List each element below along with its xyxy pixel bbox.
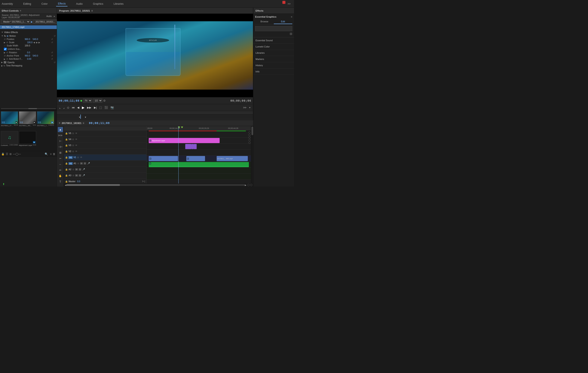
insert-btn[interactable]: ⬚ (99, 105, 103, 110)
menu-item-color[interactable]: Color (40, 1, 49, 6)
fit-dropdown[interactable]: Fit (83, 99, 92, 103)
delete-icon[interactable]: 🗑 (53, 153, 55, 155)
master-dropdown[interactable]: Master * 20170811_1... (1, 20, 30, 24)
mark-in-btn[interactable]: ⌞ (59, 105, 61, 110)
scale-stopwatch[interactable]: ⏱ (6, 41, 8, 44)
menu-item-audio[interactable]: Audio (74, 1, 84, 6)
anchor-x-value[interactable]: 960.0 (25, 55, 30, 57)
v1-clip-2[interactable]: fx (186, 156, 205, 161)
mini-timeline[interactable]: ▼ ▼ (57, 111, 253, 120)
a1-solo-btn[interactable]: S (84, 162, 86, 165)
time-remapping-row[interactable]: ▶ fx Time Remapping (0, 64, 57, 67)
scale-reset[interactable]: ↺ (51, 41, 53, 44)
anti-flicker-value[interactable]: 0.00 (27, 58, 31, 60)
razor-tool[interactable]: ✂ (58, 156, 63, 161)
scroll-left-btn[interactable]: ◀ (65, 184, 66, 186)
v4-collapse-icon[interactable]: ⊟ (72, 138, 74, 141)
effect-controls-scrollbar[interactable] (0, 108, 57, 110)
hand-tool[interactable]: ✋ (58, 173, 63, 178)
a3-mic-icon[interactable]: 🎤 (82, 174, 85, 177)
scale-right-arrow[interactable]: ▶ (39, 41, 40, 44)
scale-left-arrow[interactable]: ◀ (33, 41, 35, 44)
a2-mute-btn[interactable]: M (75, 168, 78, 171)
list-view-icon[interactable]: ☰ (6, 153, 8, 155)
anchor-reset[interactable]: ↺ (51, 55, 53, 57)
more-controls-btn[interactable]: >> (242, 105, 247, 110)
rotation-value[interactable]: 0.0 (27, 51, 30, 54)
v2-visibility-icon[interactable]: 👁 (75, 150, 78, 153)
step-forward-btn[interactable]: ▶▶ (86, 105, 92, 110)
media-item-2[interactable]: ☰☰ ▶ 20170811_181921 3;39;01 (37, 111, 54, 130)
a3-mute-btn[interactable]: M (75, 174, 78, 177)
step-back-btn[interactable]: ◀ (76, 105, 80, 110)
overwrite-btn[interactable]: ⬛ (104, 105, 108, 110)
go-to-in-btn[interactable]: ⏮ (71, 105, 75, 110)
opacity-reset[interactable]: ↺ (54, 61, 55, 64)
track-v4-content[interactable]: fx Adjustment Layer (147, 137, 251, 144)
v1-clip-3[interactable]: 20170811_...4841.mp4 (217, 156, 248, 161)
v2-lock-icon[interactable]: 🔒 (65, 150, 68, 153)
a2-collapse-icon[interactable]: ⊟ (72, 168, 74, 171)
track-v2-content[interactable] (147, 150, 251, 155)
media-item-3[interactable]: ♫ Curtismith_-_... 3:06:22680 (1, 131, 18, 150)
play-btn[interactable]: ▶ (81, 105, 85, 110)
scale-expand[interactable]: ▶ (4, 41, 5, 44)
adjustment-layer-clip[interactable]: fx Adjustment Layer (149, 138, 220, 143)
v1-target-btn[interactable]: V1 (69, 156, 73, 159)
markers-item[interactable]: Markers (253, 56, 294, 62)
grid-view-icon[interactable]: ⊞ (10, 153, 12, 155)
type-tool[interactable]: T (58, 179, 63, 184)
menu-item-editing[interactable]: Editing (21, 1, 33, 6)
a3-solo-btn[interactable]: S (79, 174, 81, 177)
v3-collapse-icon[interactable]: ⊟ (72, 144, 74, 147)
h-scrollbar-track[interactable] (66, 184, 245, 186)
media-item-4[interactable]: ▶ Adjustment Layer 4;23 (19, 131, 36, 150)
effect-controls-menu-icon[interactable]: ≡ (20, 10, 21, 12)
a2-mic-icon[interactable]: 🎤 (82, 168, 85, 171)
track-v5-content[interactable] (147, 132, 251, 137)
v3-visibility-icon[interactable]: 👁 (75, 144, 78, 147)
info-item[interactable]: Info (253, 69, 294, 75)
quality-dropdown[interactable]: 1/2 (93, 99, 102, 103)
a3-collapse-icon[interactable]: ⊟ (72, 174, 74, 177)
motion-reset[interactable]: ↺ (54, 35, 55, 37)
settings-icon[interactable]: ⚙ (103, 99, 106, 102)
position-x-value[interactable]: 960.0 (25, 38, 30, 40)
ripple-edit-tool[interactable]: ⊢ (58, 139, 63, 144)
history-item[interactable]: History (253, 62, 294, 69)
program-timecode[interactable]: 00;00;11;08 (59, 99, 80, 102)
scale-width-stopwatch[interactable]: ⏱ (4, 45, 6, 47)
menu-item-graphics[interactable]: Graphics (91, 1, 105, 6)
program-menu-icon[interactable]: ≡ (91, 9, 93, 12)
add-track-btn[interactable]: + (248, 105, 251, 110)
clip-list-item[interactable]: 20170811_174841.mp4 (0, 25, 57, 29)
edit-tab[interactable]: Edit (274, 19, 293, 24)
v4-lock-icon[interactable]: 🔒 (65, 138, 68, 141)
anti-flicker-stopwatch[interactable]: ⏱ (6, 58, 8, 60)
timeline-vscroll[interactable] (251, 126, 253, 184)
lumetri-color-item[interactable]: Lumetri Color (253, 44, 294, 50)
slider-icon[interactable]: —◯— (13, 153, 21, 155)
export-frame-btn[interactable]: 📷 (110, 105, 115, 110)
new-item-icon[interactable]: 🔒 (1, 153, 4, 155)
more-workspaces-button[interactable]: >> (288, 2, 291, 5)
rotation-expand[interactable]: ▶ (4, 52, 5, 54)
opacity-expand[interactable]: ▶ (1, 61, 3, 63)
audio-button[interactable]: Audio (46, 15, 52, 17)
a2-solo-btn[interactable]: S (79, 168, 81, 171)
motion-chevron[interactable]: ▼ (1, 35, 3, 37)
menu-item-assembly[interactable]: Assembly (0, 1, 15, 6)
timeline-close-btn[interactable]: ✕ (59, 122, 60, 124)
record-button[interactable] (282, 1, 285, 4)
timeline-hscrollbar[interactable]: ◀ ▶ (64, 184, 253, 186)
v5-collapse-icon[interactable]: ⊟ (72, 132, 74, 135)
v3-clip-1[interactable] (185, 144, 191, 149)
track-master-content[interactable] (147, 180, 251, 184)
track-a3-content[interactable] (147, 174, 251, 180)
v3-lock-icon[interactable]: 🔒 (65, 144, 68, 146)
track-v3-content[interactable] (147, 144, 251, 150)
v2-collapse-icon[interactable]: ⊟ (72, 150, 74, 153)
timeline-menu-icon[interactable]: ≡ (83, 122, 84, 125)
position-stopwatch[interactable]: ⏱ (4, 38, 6, 40)
track-select-tool[interactable]: ⊳⊳ (58, 133, 63, 138)
